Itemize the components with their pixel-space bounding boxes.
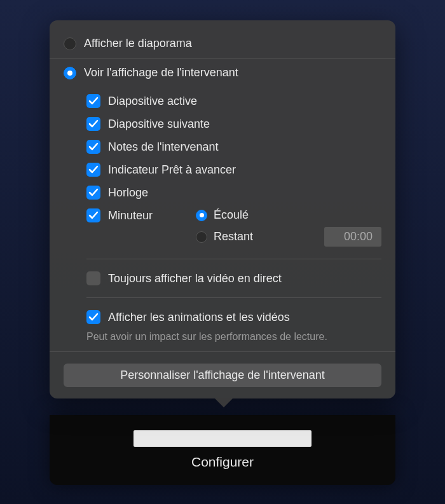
configure-label[interactable]: Configurer [191,454,254,470]
radio-icon [64,37,76,50]
popover-arrow-icon [215,398,233,407]
radio-icon [196,231,207,243]
checkbox-icon [86,271,100,285]
timer-mode-options: Écoulé Restant [196,208,381,247]
timer-section: Minuteur Écoulé Restant [86,204,381,251]
checkbox-icon [86,310,100,324]
radio-label: Voir l'affichage de l'intervenant [84,66,238,79]
thumbnail-strip [134,430,312,447]
radio-icon [64,67,76,79]
checkbox-ready-indicator[interactable]: Indicateur Prêt à avancer [86,158,381,181]
checkbox-icon [86,163,100,177]
radio-timer-remaining[interactable]: Restant [196,230,253,243]
checkbox-presenter-notes[interactable]: Notes de l'intervenant [86,135,381,158]
checkbox-timer[interactable]: Minuteur [86,208,188,222]
presenter-options: Diapositive active Diapositive suivante … [50,85,395,251]
timer-value-input[interactable] [324,227,381,247]
radio-show-slideshow[interactable]: Afficher le diaporama [50,32,395,55]
performance-hint: Peut avoir un impact sur les performance… [50,329,395,349]
customize-presenter-display-button[interactable]: Personnaliser l'affichage de l'intervena… [64,364,381,387]
checkbox-label: Diapositive suivante [108,118,210,131]
radio-timer-elapsed[interactable]: Écoulé [196,208,381,222]
checkbox-label: Toujours afficher la vidéo en direct [108,272,282,285]
checkbox-next-slide[interactable]: Diapositive suivante [86,112,381,135]
configure-button-bar: Configurer [50,415,395,485]
checkbox-icon [86,186,100,200]
radio-label: Écoulé [214,208,249,222]
checkbox-clock[interactable]: Horloge [86,181,381,204]
divider [86,259,381,259]
presenter-display-popover: Afficher le diaporama Voir l'affichage d… [50,20,395,398]
radio-label: Restant [214,230,253,243]
checkbox-label: Diapositive active [108,95,197,108]
divider [86,297,381,298]
radio-show-presenter[interactable]: Voir l'affichage de l'intervenant [50,61,395,85]
checkbox-label: Minuteur [108,209,153,222]
checkbox-label: Afficher les animations et les vidéos [108,311,290,324]
checkbox-label: Indicateur Prêt à avancer [108,163,236,177]
checkbox-icon [86,208,100,222]
checkbox-icon [86,117,100,131]
checkbox-label: Horloge [108,186,148,200]
divider [50,351,395,352]
divider [50,58,395,58]
radio-label: Afficher le diaporama [84,37,192,50]
checkbox-label: Notes de l'intervenant [108,140,219,154]
checkbox-show-animations[interactable]: Afficher les animations et les vidéos [86,306,381,329]
radio-icon [196,210,207,221]
checkbox-icon [86,140,100,154]
checkbox-always-live-video[interactable]: Toujours afficher la vidéo en direct [86,267,381,290]
checkbox-current-slide[interactable]: Diapositive active [86,90,381,112]
checkbox-icon [86,94,100,108]
